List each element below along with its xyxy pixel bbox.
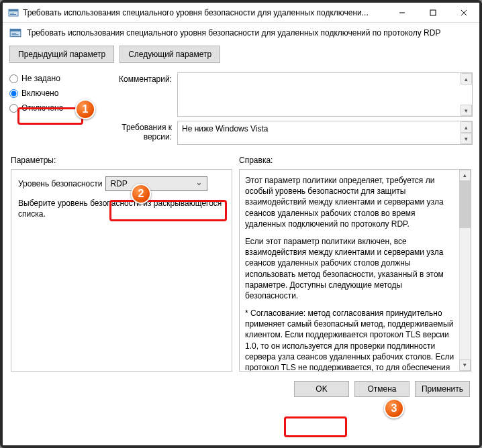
close-button[interactable] — [448, 3, 479, 23]
help-paragraph: * Согласование: метод согласования прину… — [245, 308, 457, 372]
ok-button[interactable]: OK — [294, 381, 349, 397]
state-radio-group: Не задано Включено Отключено — [9, 72, 83, 145]
security-level-combobox[interactable]: RDP — [105, 176, 207, 191]
cancel-button[interactable]: Отмена — [354, 381, 409, 397]
scroll-up-icon[interactable]: ▴ — [461, 121, 472, 133]
dialog-footer: OK Отмена Применить — [3, 374, 479, 405]
policy-dialog: Требовать использования специального уро… — [3, 3, 479, 445]
scroll-up-icon[interactable]: ▴ — [461, 73, 472, 85]
help-section-label: Справка: — [239, 156, 471, 165]
supported-value-box: Не ниже Windows Vista ▴ ▾ — [177, 121, 473, 145]
minimize-button[interactable] — [387, 3, 418, 23]
svg-rect-2 — [10, 13, 14, 13]
svg-rect-10 — [11, 33, 16, 34]
radio-enabled[interactable]: Включено — [9, 89, 83, 98]
svg-rect-1 — [9, 9, 18, 11]
params-section-label: Параметры: — [11, 156, 232, 165]
maximize-button[interactable] — [418, 3, 448, 23]
svg-rect-3 — [10, 14, 16, 15]
params-panel: Уровень безопасности RDP Выберите уровен… — [11, 169, 232, 372]
policy-icon — [8, 7, 19, 18]
help-panel: ▴ ▾ Этот параметр политики определяет, т… — [239, 169, 471, 372]
svg-rect-5 — [430, 10, 436, 15]
policy-title: Требовать использования специального уро… — [27, 28, 440, 38]
scroll-down-icon[interactable]: ▾ — [461, 105, 472, 116]
radio-disabled[interactable]: Отключено — [9, 103, 83, 113]
radio-not-configured[interactable]: Не задано — [9, 74, 83, 83]
scrollbar-thumb[interactable] — [459, 181, 471, 228]
scroll-down-icon[interactable]: ▾ — [459, 359, 471, 371]
titlebar: Требовать использования специального уро… — [3, 3, 479, 23]
prev-setting-button[interactable]: Предыдущий параметр — [9, 46, 114, 63]
params-hint: Выберите уровень безопасности из раскрыв… — [18, 198, 225, 219]
svg-rect-9 — [10, 29, 21, 31]
supported-label: Требования к версии: — [91, 121, 172, 142]
scroll-down-icon[interactable]: ▾ — [461, 133, 472, 144]
apply-button[interactable]: Применить — [415, 381, 470, 397]
security-level-label: Уровень безопасности — [18, 179, 102, 188]
next-setting-button[interactable]: Следующий параметр — [119, 46, 220, 63]
scroll-up-icon[interactable]: ▴ — [459, 170, 471, 181]
policy-icon — [9, 27, 21, 39]
svg-rect-11 — [11, 34, 18, 35]
comment-label: Комментарий: — [91, 72, 172, 84]
policy-header: Требовать использования специального уро… — [3, 23, 479, 42]
help-paragraph: Если этот параметр политики включен, все… — [245, 236, 457, 301]
window-title: Требовать использования специального уро… — [23, 8, 387, 17]
help-paragraph: Этот параметр политики определяет, требу… — [245, 175, 457, 229]
comment-textarea[interactable]: ▴ ▾ — [177, 72, 473, 117]
